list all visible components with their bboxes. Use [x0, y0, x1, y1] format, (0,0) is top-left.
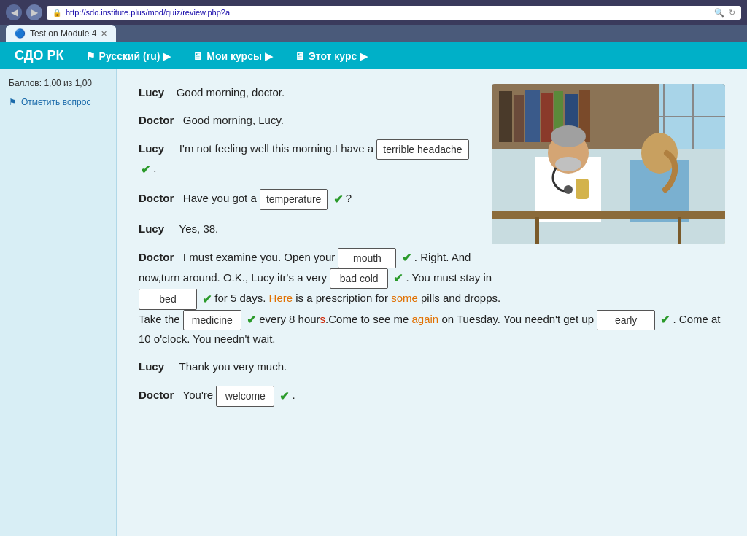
text-lucy-4: Thank you very much.	[167, 360, 287, 373]
tab-icon: 🔵	[15, 28, 26, 39]
text-doctor-4b: .	[293, 389, 295, 401]
speaker-doctor-2: Doctor	[139, 192, 174, 204]
active-tab[interactable]: 🔵 Test on Module 4 ✕	[6, 25, 116, 42]
refresh-icon: ↻	[729, 8, 735, 18]
courses-icon: 🖥	[193, 50, 203, 62]
tab-bar: 🔵 Test on Module 4 ✕	[0, 25, 747, 42]
lock-icon: 🔒	[53, 9, 61, 17]
nav-my-courses[interactable]: 🖥 Мои курсы ▶	[193, 50, 273, 62]
site-title: СДО РК	[15, 48, 64, 63]
svg-rect-3	[514, 95, 524, 142]
text-doctor-1: Good morning, Lucy.	[177, 114, 284, 126]
flag-icon: ⚑	[9, 97, 17, 107]
this-course-icon: 🖥	[295, 50, 305, 62]
text-doctor-3j: on Tuesday. You needn't get up	[441, 313, 597, 325]
svg-point-16	[555, 157, 581, 171]
tab-close-button[interactable]: ✕	[101, 29, 107, 39]
speaker-lucy-2: Lucy	[139, 142, 164, 155]
check-medicine: ✔	[247, 314, 256, 326]
text-lucy-1: Good morning, doctor.	[167, 86, 285, 98]
text-s: s	[320, 313, 326, 325]
input-bad-cold: bad cold	[330, 268, 388, 289]
svg-rect-2	[499, 91, 512, 142]
text-doctor-2b: ?	[346, 192, 352, 204]
text-lucy-3: Yes, 38.	[167, 222, 218, 235]
text-here: Here	[269, 292, 293, 305]
speaker-lucy-1: Lucy	[139, 86, 164, 98]
input-early: early	[597, 310, 655, 330]
main-content: Lucy Good morning, doctor. Doctor Good m…	[117, 69, 747, 536]
check-early: ✔	[660, 314, 670, 326]
text-doctor-3i: .Come to see me	[325, 313, 411, 325]
text-doctor-4a: You're	[177, 389, 217, 401]
nav-courses-label: Мои курсы ▶	[206, 50, 273, 62]
svg-rect-4	[525, 90, 540, 142]
svg-rect-22	[535, 217, 539, 244]
check-bad-cold: ✔	[393, 272, 403, 284]
nav-this-course[interactable]: 🖥 Этот курс ▶	[295, 50, 368, 62]
doctor-patient-image	[492, 84, 725, 244]
tab-label: Test on Module 4	[30, 28, 96, 39]
check-welcome: ✔	[279, 390, 289, 402]
input-temperature: temperature	[260, 189, 328, 209]
svg-rect-23	[678, 217, 681, 244]
search-icon: 🔍	[714, 8, 724, 18]
text-doctor-3e: is a prescription for	[295, 292, 391, 305]
url-text: http://sdo.institute.plus/mod/quiz/revie…	[66, 8, 710, 17]
svg-rect-18	[576, 179, 589, 199]
address-bar[interactable]: 🔒 http://sdo.institute.plus/mod/quiz/rev…	[47, 6, 741, 20]
text-again: again	[412, 313, 439, 325]
input-medicine: medicine	[183, 310, 241, 330]
text-doctor-3f: pills and dropps.	[421, 292, 500, 305]
input-mouth: mouth	[338, 248, 396, 268]
sidebar: Баллов: 1,00 из 1,00 ⚑ Отметить вопрос	[0, 69, 117, 536]
svg-point-17	[564, 185, 573, 194]
check-mouth: ✔	[402, 252, 411, 264]
browser-chrome: ◀ ▶ 🔒 http://sdo.institute.plus/mod/quiz…	[0, 0, 747, 25]
input-bed: bed	[139, 289, 197, 309]
svg-rect-21	[492, 211, 725, 219]
flag-question-button[interactable]: ⚑ Отметить вопрос	[9, 97, 107, 107]
check-bed: ✔	[202, 293, 212, 306]
input-terrible-headache: terrible headache	[376, 139, 468, 160]
speaker-doctor-1: Doctor	[139, 114, 174, 126]
text-doctor-3g: Take the	[139, 313, 183, 325]
flag-icon: ⚑	[86, 50, 96, 62]
text-lucy-2b: .	[153, 162, 156, 174]
text-lucy-2a: I'm not feeling well this morning.I have…	[167, 142, 376, 155]
svg-rect-12	[659, 116, 725, 117]
text-doctor-3c: . You must stay in	[406, 271, 492, 284]
speaker-doctor-3: Doctor	[139, 251, 174, 263]
svg-point-15	[551, 125, 586, 147]
score-display: Баллов: 1,00 из 1,00	[9, 78, 107, 88]
check-temperature: ✔	[333, 193, 343, 206]
dialog-line-7: Lucy Thank you very much.	[139, 358, 725, 376]
text-doctor-3h: every 8 hour	[259, 313, 320, 325]
text-doctor-2a: Have you got a	[177, 192, 260, 204]
input-welcome: welcome	[216, 386, 274, 406]
speaker-doctor-4: Doctor	[139, 389, 174, 401]
dialog-line-8: Doctor You're welcome ✔ .	[139, 386, 725, 406]
speaker-lucy-3: Lucy	[139, 222, 164, 235]
nav-language[interactable]: ⚑ Русский (ru) ▶	[86, 50, 171, 62]
speaker-lucy-4: Lucy	[139, 360, 164, 373]
text-doctor-3d: for 5 days.	[214, 292, 268, 305]
nav-this-course-label: Этот курс ▶	[309, 50, 368, 62]
text-doctor-3a: I must examine you. Open your	[177, 251, 338, 263]
flag-label: Отметить вопрос	[21, 97, 90, 107]
content-area: Баллов: 1,00 из 1,00 ⚑ Отметить вопрос	[0, 69, 747, 536]
check-terrible-headache: ✔	[141, 163, 150, 176]
top-navigation: СДО РК ⚑ Русский (ru) ▶ 🖥 Мои курсы ▶ 🖥 …	[0, 42, 747, 69]
forward-button[interactable]: ▶	[26, 4, 42, 20]
back-button[interactable]: ◀	[6, 4, 22, 20]
text-some: some	[391, 292, 418, 305]
nav-language-label: Русский (ru) ▶	[99, 50, 171, 62]
dialog-line-6: Doctor I must examine you. Open your mou…	[139, 248, 725, 349]
